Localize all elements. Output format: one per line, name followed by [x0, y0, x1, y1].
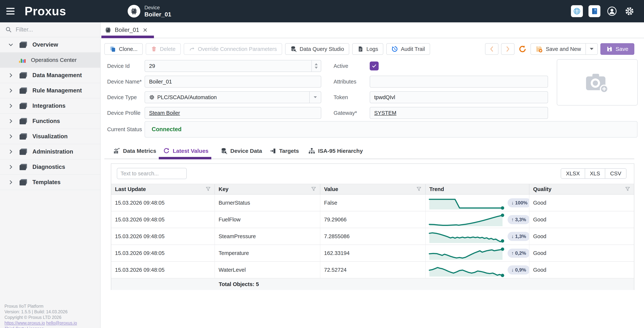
chevron-right-icon [8, 103, 14, 109]
folder-icon [20, 102, 28, 110]
previous-record-button[interactable] [485, 43, 498, 55]
sidebar-item-integrations[interactable]: Integrations [0, 98, 100, 114]
save-and-new-button[interactable]: Save and New [530, 43, 598, 55]
cell-value: 7.2855086 [320, 228, 426, 244]
device-id-input[interactable] [145, 63, 312, 69]
gateway-link[interactable]: SYSTEM [374, 110, 396, 116]
column-header-trend[interactable]: Trend [426, 184, 530, 194]
folder-icon [20, 133, 28, 140]
sidebar-item-administration[interactable]: Administration [0, 144, 100, 160]
table-row[interactable]: 15.03.2026 09:48:05 FuelFlow 79.29066 ↑ … [111, 211, 634, 228]
clone-icon [110, 46, 116, 52]
licenses-link[interactable]: Third-Party Licenses [4, 326, 44, 328]
sidebar-item-visualization[interactable]: Visualization [0, 129, 100, 144]
sidebar-item-operations-center[interactable]: Operations Center [0, 52, 100, 68]
sidebar-filter-input[interactable] [16, 26, 95, 33]
close-icon[interactable] [142, 28, 148, 32]
language-button[interactable] [571, 5, 583, 17]
gateway-label: Gateway* [334, 107, 357, 119]
main-content: Boiler_01 Clone... Delete [100, 22, 644, 328]
email-link[interactable]: hello@proxus.io [46, 320, 77, 326]
history-icon [392, 46, 398, 52]
device-type-label: Device Type [107, 91, 137, 103]
sidebar-item-overview[interactable]: Overview [0, 37, 100, 52]
folder-icon [20, 179, 28, 186]
filter-funnel-icon[interactable] [206, 186, 211, 192]
sidebar-item-functions[interactable]: Functions [0, 114, 100, 129]
data-query-studio-button[interactable]: Data Query Studio [285, 43, 350, 55]
tab-data-metrics[interactable]: Data Metrics [113, 145, 156, 157]
sidebar-item-data-management[interactable]: Data Management [0, 68, 100, 83]
filter-funnel-icon[interactable] [416, 186, 422, 192]
next-record-button[interactable] [501, 43, 514, 55]
attributes-field [370, 76, 548, 88]
device-profile-link[interactable]: Steam Boiler [149, 110, 180, 116]
logs-button[interactable]: Logs [352, 43, 383, 55]
column-header-last-update[interactable]: Last Update [111, 184, 215, 194]
cell-value: 162.33194 [320, 245, 426, 261]
documentation-button[interactable] [588, 5, 600, 17]
top-bar: Proxus Device Boiler_01 [0, 0, 644, 22]
website-link[interactable]: https://www.proxus.io [4, 320, 45, 326]
refresh-circle-icon [163, 148, 170, 154]
export-xlsx-button[interactable]: XLSX [561, 169, 585, 178]
device-type-caret[interactable] [309, 92, 321, 103]
save-icon [606, 46, 613, 52]
grid-search-input[interactable] [120, 170, 183, 177]
save-new-icon [535, 45, 543, 53]
cell-key: Temperature [215, 245, 320, 261]
table-row[interactable]: 15.03.2026 09:48:05 Temperature 162.3319… [111, 245, 634, 262]
column-header-value[interactable]: Value [320, 184, 426, 194]
book-icon [591, 8, 598, 15]
refresh-button[interactable] [517, 44, 528, 54]
cell-key: BurnerStatus [215, 194, 320, 211]
settings-button[interactable] [624, 5, 636, 17]
active-checkbox[interactable] [370, 62, 379, 70]
active-tab-underline [101, 36, 154, 38]
cell-trend: ↓ 100% [426, 194, 530, 211]
save-button[interactable]: Save [600, 43, 634, 55]
tab-isa95-hierarchy[interactable]: ISA-95 Hierarchy [308, 145, 363, 157]
table-footer: Total Objects: 5 [111, 278, 634, 290]
save-options-caret[interactable] [586, 44, 598, 54]
sidebar-item-templates[interactable]: Templates [0, 175, 100, 190]
folder-icon [20, 148, 28, 155]
user-menu-button[interactable] [606, 5, 618, 17]
device-image-upload[interactable] [557, 59, 638, 106]
tab-latest-values[interactable]: Latest Values [163, 145, 208, 157]
sidebar-item-rule-management[interactable]: Rule Management [0, 83, 100, 98]
hamburger-menu-icon[interactable] [6, 7, 16, 15]
delete-button[interactable]: Delete [146, 43, 181, 55]
device-name-field [144, 76, 321, 88]
trend-badge: ↑ 0,2% [508, 248, 530, 258]
table-row[interactable]: 15.03.2026 09:48:05 WaterLevel 72.52724 … [111, 262, 634, 278]
override-connection-parameters-button[interactable]: Override Connection Parameters [184, 43, 282, 55]
sidebar-item-diagnostics[interactable]: Diagnostics [0, 160, 100, 175]
column-header-key[interactable]: Key [215, 184, 320, 194]
export-xls-button[interactable]: XLS [585, 169, 606, 178]
tab-targets[interactable]: Targets [270, 145, 299, 157]
toolbar: Clone... Delete Override Connection Para… [104, 43, 634, 55]
plc-gear-icon [149, 94, 155, 100]
export-csv-button[interactable]: CSV [605, 169, 626, 178]
about-version: Version: 1.5.5 | Build: 14.03.2026 [4, 309, 77, 314]
filter-funnel-icon[interactable] [625, 186, 630, 192]
chevron-right-icon [8, 88, 14, 93]
device-id-spinner[interactable] [312, 60, 321, 72]
table-row[interactable]: 15.03.2026 09:48:05 BurnerStatus False ↓… [111, 194, 634, 211]
clone-button[interactable]: Clone... [104, 43, 143, 55]
target-arrow-icon [270, 148, 276, 154]
attributes-input[interactable] [374, 79, 548, 85]
cell-key: FuelFlow [215, 211, 320, 228]
table-row[interactable]: 15.03.2026 09:48:05 SteamPressure 7.2855… [111, 228, 634, 245]
document-tab-boiler-01[interactable]: Boiler_01 [105, 24, 148, 36]
column-header-quality[interactable]: Quality [530, 184, 634, 194]
tab-device-data[interactable]: Device Data [221, 145, 262, 157]
audit-trail-button[interactable]: Audit Trail [386, 43, 430, 55]
token-input[interactable] [374, 94, 548, 100]
device-name-input[interactable] [149, 79, 321, 85]
database-search-icon [290, 46, 297, 52]
device-type-select[interactable]: PLC/SCADA/Automation [144, 91, 321, 103]
filter-funnel-icon[interactable] [311, 186, 316, 192]
table-header: Last UpdateKeyValueTrendQuality [111, 184, 634, 194]
